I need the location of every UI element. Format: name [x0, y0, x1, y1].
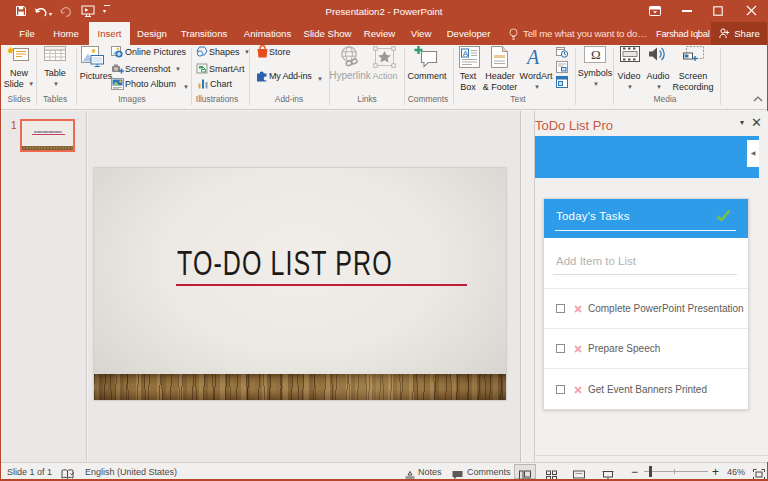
svg-text:A: A: [525, 47, 540, 66]
svg-text:Ω: Ω: [591, 47, 601, 62]
svg-text:A: A: [463, 49, 469, 58]
